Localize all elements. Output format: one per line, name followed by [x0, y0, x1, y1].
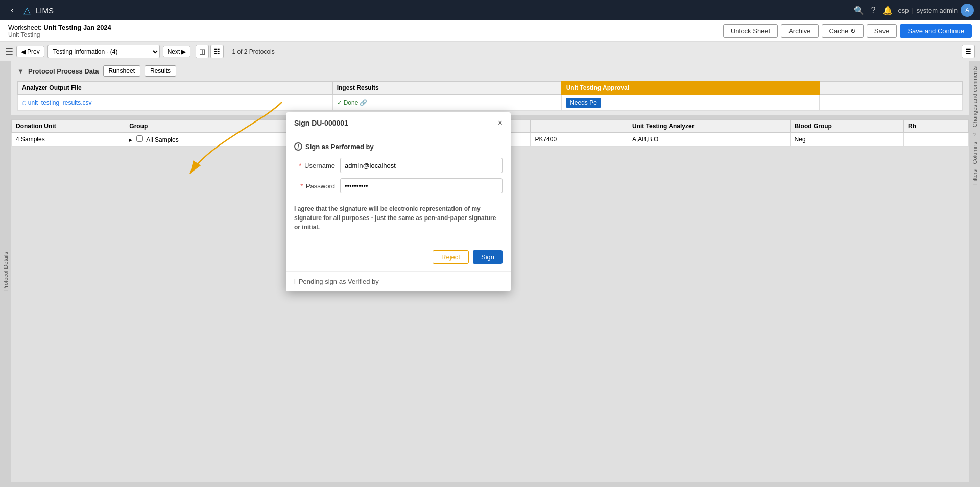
nav-icons: 🔍 ? 🔔 — [854, 6, 893, 15]
reject-button[interactable]: Reject — [433, 250, 469, 264]
worksheet-info: Worksheet: Unit Testing Jan 2024 Unit Te… — [8, 23, 111, 38]
col-analyzer: Unit Testing Analyzer — [628, 120, 790, 133]
grid-icons: ◫ ☷ — [196, 45, 224, 58]
archive-button[interactable]: Archive — [781, 24, 818, 38]
worksheet-name: Unit Testing Jan 2024 — [43, 23, 111, 31]
changes-comments-label[interactable]: Changes and comments — [972, 66, 978, 127]
notification-icon[interactable]: 🔔 — [882, 6, 893, 15]
col-extra — [819, 81, 962, 94]
pending-sign-label: Pending sign as Verified by — [299, 278, 379, 285]
lims-logo-icon: △ — [23, 5, 31, 16]
search-icon[interactable]: 🔍 — [854, 6, 864, 15]
protocol-dropdown[interactable]: Testing Information - (4) — [47, 45, 160, 58]
username-label: * Username — [294, 162, 335, 169]
pending-info-icon: i — [294, 278, 296, 285]
ingest-results-cell: ✓ Done 🔗 — [332, 94, 561, 111]
col-donation-unit: Donation Unit — [12, 120, 125, 133]
menu-icon[interactable]: ☰ — [5, 46, 13, 57]
collapse-triangle: ▽ — [973, 132, 976, 137]
group-checkbox[interactable] — [136, 135, 143, 142]
left-sidebar: Protocol Details — [0, 61, 11, 482]
col-group: Group — [125, 120, 288, 133]
needs-pe-badge: Needs Pe — [566, 98, 601, 108]
col-blood-group: Blood Group — [790, 120, 903, 133]
back-button[interactable]: ‹ — [6, 4, 18, 16]
sign-modal: Sign DU-000001 × i Sign as Performed by … — [286, 112, 511, 291]
list-view-button[interactable]: ☷ — [210, 45, 224, 58]
extra-cell — [819, 94, 962, 111]
sign-performed-section: i Sign as Performed by — [294, 142, 503, 151]
info-icon: i — [294, 142, 302, 151]
grid-view-button[interactable]: ◫ — [196, 45, 209, 58]
prev-button[interactable]: ◀ Prev — [16, 46, 44, 57]
protocol-data-table: Analyzer Output File Ingest Results Unit… — [17, 81, 963, 111]
protocol-title: Protocol Process Data — [28, 67, 99, 75]
pending-sign: i Pending sign as Verified by — [294, 278, 503, 285]
protocol-info: 1 of 2 Protocols — [232, 48, 274, 55]
modal-footer: Reject Sign — [286, 245, 511, 271]
protocol-header: ▼ Protocol Process Data Runsheet Results — [17, 65, 963, 77]
worksheet-subtitle: Unit Testing — [8, 31, 111, 38]
username-input[interactable] — [340, 158, 503, 173]
password-label: * Password — [294, 182, 335, 190]
results-button[interactable]: Results — [145, 65, 176, 77]
right-sidebar: Changes and comments ▽ Columns Filters — [969, 61, 980, 482]
modal-close-button[interactable]: × — [498, 118, 503, 128]
donation-unit-cell: 4 Samples — [12, 133, 125, 147]
table-row: unit_testing_results.csv ✓ Done 🔗 Needs … — [18, 94, 963, 111]
group-cell: ▸ All Samples — [125, 133, 288, 147]
cache-button[interactable]: Cache ↻ — [822, 24, 864, 38]
user-name: system admin — [917, 7, 958, 14]
modal-header: Sign DU-000001 × — [286, 112, 511, 134]
col-blank2 — [531, 120, 628, 133]
help-icon[interactable]: ? — [871, 6, 876, 15]
blood-group-cell: A,AB,B,O — [628, 133, 790, 147]
user-avatar[interactable]: A — [961, 4, 974, 17]
modal-body: i Sign as Performed by * Username * Pass… — [286, 134, 511, 245]
extra-col — [903, 133, 968, 147]
col-analyzer-file: Analyzer Output File — [18, 81, 333, 94]
protocol-details-label: Protocol Details — [3, 252, 9, 291]
worksheet-header: Worksheet: Unit Testing Jan 2024 Unit Te… — [0, 20, 980, 42]
user-info: esp | system admin A — [898, 4, 974, 17]
protocol-section: ▼ Protocol Process Data Runsheet Results… — [11, 61, 969, 115]
username-row: * Username — [294, 158, 503, 173]
pending-section: i Pending sign as Verified by — [286, 271, 511, 291]
analyzer-file-cell[interactable]: unit_testing_results.csv — [18, 94, 333, 111]
password-row: * Password — [294, 178, 503, 193]
user-region: esp — [898, 7, 909, 14]
toolbar-right-icons: ☰ — [962, 45, 975, 58]
unlock-sheet-button[interactable]: Unlock Sheet — [723, 24, 778, 38]
runsheet-button[interactable]: Runsheet — [103, 65, 140, 77]
collapse-icon[interactable]: ▼ — [17, 67, 24, 75]
done-status: ✓ Done 🔗 — [337, 99, 557, 106]
rh-cell: Neg — [790, 133, 903, 147]
worksheet-title: Worksheet: Unit Testing Jan 2024 — [8, 23, 111, 31]
top-nav: ‹ △ LIMS 🔍 ? 🔔 esp | system admin A — [0, 0, 980, 20]
analyzer-cell: PK7400 — [531, 133, 628, 147]
next-button[interactable]: Next ▶ — [163, 46, 191, 57]
settings-icon[interactable]: ☰ — [962, 45, 975, 58]
password-input[interactable] — [340, 178, 503, 193]
save-button[interactable]: Save — [867, 24, 897, 38]
sign-button[interactable]: Sign — [473, 250, 503, 264]
sign-performed-label: Sign as Performed by — [305, 143, 374, 151]
worksheet-actions: Unlock Sheet Archive Cache ↻ Save Save a… — [723, 24, 972, 38]
columns-label[interactable]: Columns — [972, 142, 978, 164]
toolbar: ☰ ◀ Prev Testing Information - (4) Next … — [0, 42, 980, 61]
filters-label[interactable]: Filters — [972, 169, 978, 185]
file-link[interactable]: unit_testing_results.csv — [22, 99, 92, 106]
save-and-continue-button[interactable]: Save and Continue — [900, 24, 972, 38]
col-rh: Rh — [903, 120, 968, 133]
approval-cell[interactable]: Needs Pe — [562, 94, 820, 111]
col-ingest-results: Ingest Results — [332, 81, 561, 94]
col-unit-testing-approval: Unit Testing Approval — [562, 81, 820, 94]
app-title: LIMS — [36, 6, 54, 15]
modal-title: Sign DU-000001 — [294, 119, 348, 127]
agreement-text: I agree that the signature will be elect… — [294, 199, 503, 237]
expand-icon[interactable]: ▸ — [129, 136, 132, 143]
